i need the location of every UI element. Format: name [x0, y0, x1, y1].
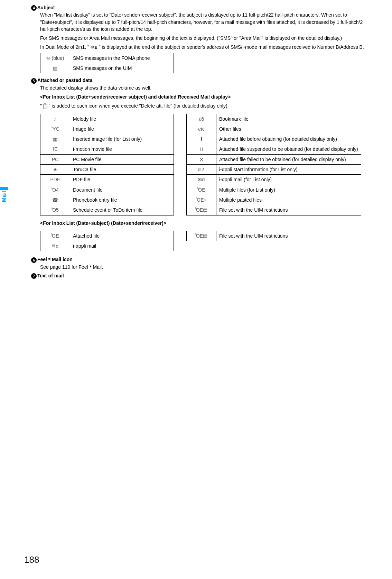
pdf-label: PDF file: [70, 175, 174, 185]
side-tab-mail: Mail: [0, 187, 8, 202]
table-row: ⏸Attached file suspended to be obtained …: [187, 144, 361, 154]
melody-icon: ♪: [40, 114, 70, 124]
image-label: Image file: [70, 124, 174, 134]
table-row: ὌE▤File set with the UIM restrictions: [187, 231, 320, 241]
table-row: ♪Melody file: [40, 114, 174, 124]
bullet-5-icon: 5: [31, 78, 37, 84]
inserted-image-icon: ▦: [40, 134, 70, 144]
melody-label: Melody file: [70, 114, 174, 124]
attached-para-1: The detailed display shows the data volu…: [40, 84, 368, 91]
sms-blue-label: (blue): [52, 55, 64, 61]
iappli-mail2-label: i-αppli mail: [70, 241, 174, 251]
table-row: ὌEMultiple files (for List only): [187, 185, 361, 195]
document-label: Document file: [70, 185, 174, 195]
feel-para: See page 110 for Feel＊Mail.: [40, 264, 368, 270]
iappli-mail-label: i-αppli mail (for List only): [216, 175, 361, 185]
attached-body: The detailed display shows the data volu…: [40, 84, 368, 256]
uim-restrict2-label: File set with the UIM restrictions: [216, 231, 320, 241]
toruca-icon: ♣: [40, 165, 70, 175]
attached-subhead-1: <For Inbox List (Date+sender/receiver su…: [40, 93, 368, 100]
schedule-icon: Ὄ5: [40, 205, 70, 215]
section-feel-title: Feel＊Mail icon: [37, 257, 73, 262]
pcmovie-label: PC Movie file: [70, 154, 174, 164]
attached-file-label: Attached file: [70, 231, 174, 241]
multiple-pasted-icon: ὌE≡: [187, 195, 216, 205]
table-row: PDFPDF file: [40, 175, 174, 185]
subject-para-1: When "Mail list display" is set to "Date…: [40, 11, 368, 33]
table-row: α↗i-αppli start information (for List on…: [187, 165, 361, 175]
document-icon: Ὄ4: [40, 185, 70, 195]
attached-right-table-2: ὌE▤File set with the UIM restrictions: [186, 231, 320, 241]
sms-uim-desc: SMS messages on the UIM: [70, 63, 174, 73]
sms-uim-icon-cell: ▤: [40, 63, 70, 73]
other-files-icon: etc: [187, 124, 216, 134]
attached-file-icon: ὌE: [40, 231, 70, 241]
table-row: ✉ (blue) SMS messages in the FOMA phone: [40, 53, 174, 63]
multiple-files-icon: ὌE: [187, 185, 216, 195]
uim-card-icon: ▤: [53, 65, 57, 71]
attached-right-table: ὑ6Bookmark file etcOther files ⬇Attached…: [186, 114, 361, 215]
table-row: ▦Inserted image file (for List only): [40, 134, 174, 144]
sms-foma-desc: SMS messages in the FOMA phone: [70, 53, 174, 63]
suspended-icon: ⏸: [187, 144, 216, 154]
phonebook-label: Phonebook entry file: [70, 195, 174, 205]
section-text-title: Text of mail: [37, 273, 64, 278]
iappli-start-label: i-αppli start information (for List only…: [216, 165, 361, 175]
table-row: PCPC Movie file: [40, 154, 174, 164]
section-attached-head: 5Attached or pasted data: [31, 77, 368, 83]
inserted-image-label: Inserted image file (for List only): [70, 134, 174, 144]
multiple-pasted-label: Multiple pasted files: [216, 195, 361, 205]
other-files-label: Other files: [216, 124, 361, 134]
table-row: ὑ6Bookmark file: [187, 114, 361, 124]
iappli-mail2-icon: ✉α: [40, 241, 70, 251]
bullet-6-icon: 6: [31, 257, 37, 263]
attached-tables-row1: ♪Melody file ὛCImage file ▦Inserted imag…: [40, 112, 368, 220]
before-obtain-icon: ⬇: [187, 134, 216, 144]
table-row: ✉αi-αppli mail: [40, 241, 174, 251]
table-row: Ὄ4Document file: [40, 185, 174, 195]
table-row: ☎Phonebook entry file: [40, 195, 174, 205]
attached-subhead-2: <For Inbox List (Date+subject) (Date+sen…: [40, 220, 368, 227]
imotion-label: i-motion movie file: [70, 144, 174, 154]
envelope-icon: ✉: [46, 55, 50, 61]
attached-left-table: ♪Melody file ὛCImage file ▦Inserted imag…: [40, 114, 174, 215]
section-feel-head: 6Feel＊Mail icon: [31, 257, 368, 263]
subject-sms-table: ✉ (blue) SMS messages in the FOMA phone …: [40, 53, 174, 74]
pcmovie-icon: PC: [40, 154, 70, 164]
subject-para-2: For SMS messages or Area Mail messages, …: [40, 35, 368, 42]
pdf-icon: PDF: [40, 175, 70, 185]
failed-icon: ✕: [187, 154, 216, 164]
uim-restrict2-icon: ὌE▤: [187, 231, 216, 241]
side-tab-label: Mail: [1, 190, 7, 202]
trash-icon: [43, 104, 47, 109]
subject-para-3: In Dual Mode of 2in1, " ✉ʙ " is displaye…: [40, 44, 368, 50]
iappli-start-icon: α↗: [187, 165, 216, 175]
table-row: ὛCImage file: [40, 124, 174, 134]
table-row: ἹEi-motion movie file: [40, 144, 174, 154]
section-attached-title: Attached or pasted data: [37, 77, 92, 83]
table-row: ✕Attached file failed to be obtained (fo…: [187, 154, 361, 164]
table-row: ὌE≡Multiple pasted files: [187, 195, 361, 205]
attached-para2-post: " is added to each icon when you execute…: [47, 103, 229, 109]
section-subject-head: 4Subject: [31, 5, 368, 11]
section-subject-title: Subject: [37, 5, 55, 10]
uim-restrict-label: File set with the UIM restrictions: [216, 205, 361, 215]
subject-body: When "Mail list display" is set to "Date…: [40, 11, 368, 73]
attached-left-table-2: ὌEAttached file ✉αi-αppli mail: [40, 231, 174, 251]
bookmark-label: Bookmark file: [216, 114, 361, 124]
uim-restrict-icon: ὌE▤: [187, 205, 216, 215]
before-obtain-label: Attached file before obtaining (for deta…: [216, 134, 361, 144]
page-number: 188: [24, 554, 39, 565]
failed-label: Attached file failed to be obtained (for…: [216, 154, 361, 164]
imotion-icon: ἹE: [40, 144, 70, 154]
table-row: ὌE▤File set with the UIM restrictions: [187, 205, 361, 215]
suspended-label: Attached file suspended to be obtained (…: [216, 144, 361, 154]
attached-para2-pre: ": [40, 103, 43, 109]
multiple-files-label: Multiple files (for List only): [216, 185, 361, 195]
bookmark-icon: ὑ6: [187, 114, 216, 124]
table-row: ⬇Attached file before obtaining (for det…: [187, 134, 361, 144]
table-row: ✉αi-αppli mail (for List only): [187, 175, 361, 185]
table-row: ▤ SMS messages on the UIM: [40, 63, 174, 73]
feel-body: See page 110 for Feel＊Mail.: [40, 264, 368, 270]
table-row: ὌEAttached file: [40, 231, 174, 241]
